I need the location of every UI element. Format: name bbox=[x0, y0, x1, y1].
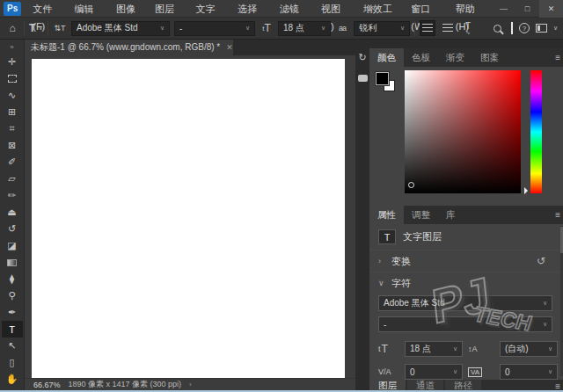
menu-type[interactable]: 文字(Y) bbox=[189, 0, 231, 18]
zoom-level[interactable]: 66.67% bbox=[33, 381, 61, 389]
tracking-select[interactable]: 0 ∨ bbox=[500, 364, 558, 380]
kerning-select[interactable]: 0 ∨ bbox=[405, 364, 463, 380]
rectangle-tool[interactable]: ▯ bbox=[2, 354, 23, 371]
menu-filter[interactable]: 滤镜(T) bbox=[274, 0, 315, 18]
menu-view[interactable]: 视图(V) bbox=[315, 0, 357, 18]
font-size-select[interactable]: 18 点 ∨ bbox=[278, 21, 331, 36]
close-tab-icon[interactable]: ✕ bbox=[226, 43, 233, 52]
healing-brush-tool-icon: ▱ bbox=[8, 173, 15, 185]
help-icon[interactable]: ? bbox=[519, 23, 530, 33]
divider bbox=[48, 21, 48, 36]
lasso-tool[interactable]: ∿ bbox=[2, 87, 23, 104]
chevron-down-icon[interactable]: ∨ bbox=[553, 25, 558, 32]
menu-image[interactable]: 图像(I) bbox=[110, 0, 149, 18]
document-tab[interactable]: 未标题-1 @ 66.7% (www.gndown.com, RGB/8) * … bbox=[25, 40, 234, 55]
path-selection-tool[interactable]: ↖ bbox=[2, 338, 23, 354]
chevron-down-icon: ∨ bbox=[548, 368, 552, 375]
menu-window[interactable]: 窗口(W) bbox=[405, 0, 450, 18]
properties-panel-tabs: 属性 调整 库 ≡ bbox=[369, 206, 563, 224]
search-button[interactable] bbox=[491, 20, 505, 36]
maximize-button[interactable]: □ bbox=[515, 0, 539, 18]
eyedropper-tool[interactable]: ✐ bbox=[2, 154, 23, 171]
status-chevron-icon[interactable]: › bbox=[189, 381, 192, 388]
leading-select[interactable]: (自动) ∨ bbox=[500, 341, 558, 357]
text-layer-icon: T bbox=[378, 229, 396, 244]
tab-gradients[interactable]: 渐变 bbox=[438, 48, 472, 67]
minimize-button[interactable]: — bbox=[492, 0, 515, 18]
dodge-tool[interactable]: ⚲ bbox=[2, 287, 23, 304]
foreground-color-swatch[interactable] bbox=[376, 72, 389, 85]
panel-menu-icon[interactable]: ≡ bbox=[555, 381, 563, 391]
clone-stamp-tool[interactable]: ⏏ bbox=[2, 204, 23, 221]
layer-type-label: 文字图层 bbox=[403, 230, 442, 243]
warp-text-button[interactable]: T∿ bbox=[460, 20, 476, 36]
history-brush-tool-icon: ↺ bbox=[8, 223, 16, 235]
marquee-tool[interactable] bbox=[2, 70, 23, 87]
color-field-marker[interactable] bbox=[408, 182, 414, 188]
app-bar-icons: ? ∨ bbox=[491, 20, 558, 36]
reset-icon[interactable]: ↺ bbox=[537, 255, 545, 267]
eraser-tool[interactable]: ◪ bbox=[2, 237, 23, 254]
tools-panel: » ✛ ∿ ⊞ ⌗ ⊠ ✐ ▱ ✏ ⏏ ↺ ◪ ⧫ ⚲ ✒ T ↖ ▯ ✋ bbox=[0, 40, 25, 390]
tab-patterns[interactable]: 图案 bbox=[472, 48, 507, 67]
close-button[interactable]: ✕ bbox=[539, 0, 563, 18]
saturation-brightness-field[interactable] bbox=[405, 70, 521, 193]
menu-layer[interactable]: 图层(L) bbox=[149, 0, 190, 18]
toolbar-collapse-button[interactable]: » bbox=[10, 40, 13, 54]
character-font-style-select[interactable]: - ∨ bbox=[378, 316, 552, 332]
object-selection-tool[interactable]: ⊞ bbox=[2, 104, 23, 120]
type-tool[interactable]: T bbox=[2, 321, 23, 338]
menu-file[interactable]: 文件(F) bbox=[26, 0, 68, 18]
hand-tool[interactable]: ✋ bbox=[2, 371, 23, 388]
clone-stamp-tool-icon: ⏏ bbox=[7, 207, 16, 218]
font-family-select[interactable]: Adobe 黑体 Std ∨ bbox=[71, 21, 170, 36]
align-center-icon bbox=[442, 24, 453, 33]
crop-tool[interactable]: ⌗ bbox=[2, 120, 23, 137]
document-title: 未标题-1 @ 66.7% (www.gndown.com, RGB/8) * bbox=[31, 41, 220, 54]
canvas[interactable] bbox=[32, 59, 345, 378]
text-orientation-icon[interactable]: ⇅T bbox=[53, 20, 67, 36]
type-tool-preset-icon[interactable]: T ∨ bbox=[29, 20, 43, 36]
photoshop-window: Ps 文件(F) 编辑(E) 图像(I) 图层(L) 文字(Y) 选择(S) 滤… bbox=[0, 0, 563, 392]
frame-tool[interactable]: ⊠ bbox=[2, 137, 23, 154]
object-selection-tool-icon: ⊞ bbox=[8, 106, 16, 118]
healing-brush-tool[interactable]: ▱ bbox=[2, 171, 23, 187]
panel-menu-icon[interactable]: ≡ bbox=[555, 210, 563, 220]
workspace-icon[interactable] bbox=[536, 24, 547, 33]
tab-libraries[interactable]: 库 bbox=[438, 206, 464, 224]
move-tool[interactable]: ✛ bbox=[2, 54, 23, 70]
foreground-background-swatches[interactable] bbox=[376, 72, 398, 93]
blur-tool[interactable]: ⧫ bbox=[2, 271, 23, 287]
tab-color[interactable]: 颜色 bbox=[369, 48, 404, 67]
marquee-tool-icon bbox=[8, 75, 17, 83]
pen-tool[interactable]: ✒ bbox=[2, 304, 23, 321]
menu-select[interactable]: 选择(S) bbox=[231, 0, 274, 18]
character-font-family-select[interactable]: Adobe 黑体 Std ∨ bbox=[378, 295, 552, 311]
panel-menu-icon[interactable]: ≡ bbox=[555, 53, 563, 62]
font-style-select[interactable]: - ∨ bbox=[174, 21, 255, 36]
tab-swatches[interactable]: 色板 bbox=[404, 48, 438, 67]
divider bbox=[369, 250, 563, 250]
history-panel-icon[interactable]: ↻ bbox=[355, 50, 369, 64]
tab-adjustments[interactable]: 调整 bbox=[404, 206, 438, 224]
transform-section-header[interactable]: › 变换 ↺ bbox=[369, 250, 563, 272]
home-icon[interactable]: ⌂ bbox=[5, 20, 19, 36]
anti-alias-select[interactable]: 锐利 ∨ bbox=[354, 21, 410, 36]
tab-properties[interactable]: 属性 bbox=[369, 206, 404, 224]
pasteboard bbox=[25, 55, 355, 378]
brush-tool[interactable]: ✏ bbox=[2, 187, 23, 204]
character-font-size-select[interactable]: 18 点 ∨ bbox=[405, 341, 463, 357]
menu-edit[interactable]: 编辑(E) bbox=[68, 0, 110, 18]
divider bbox=[369, 272, 563, 272]
lasso-tool-icon: ∿ bbox=[8, 90, 16, 101]
character-section-header[interactable]: ∨ 字符 bbox=[369, 272, 563, 294]
menu-help[interactable]: 帮助(H) bbox=[450, 0, 492, 18]
menu-plugins[interactable]: 增效工具 bbox=[357, 0, 405, 18]
align-center-button[interactable] bbox=[440, 20, 456, 36]
align-left-button[interactable] bbox=[420, 20, 435, 36]
gradient-tool[interactable] bbox=[2, 254, 23, 271]
history-brush-tool[interactable]: ↺ bbox=[2, 221, 23, 237]
comments-panel-icon[interactable] bbox=[355, 71, 369, 85]
blur-tool-icon: ⧫ bbox=[10, 273, 14, 285]
hue-slider[interactable] bbox=[530, 70, 542, 193]
